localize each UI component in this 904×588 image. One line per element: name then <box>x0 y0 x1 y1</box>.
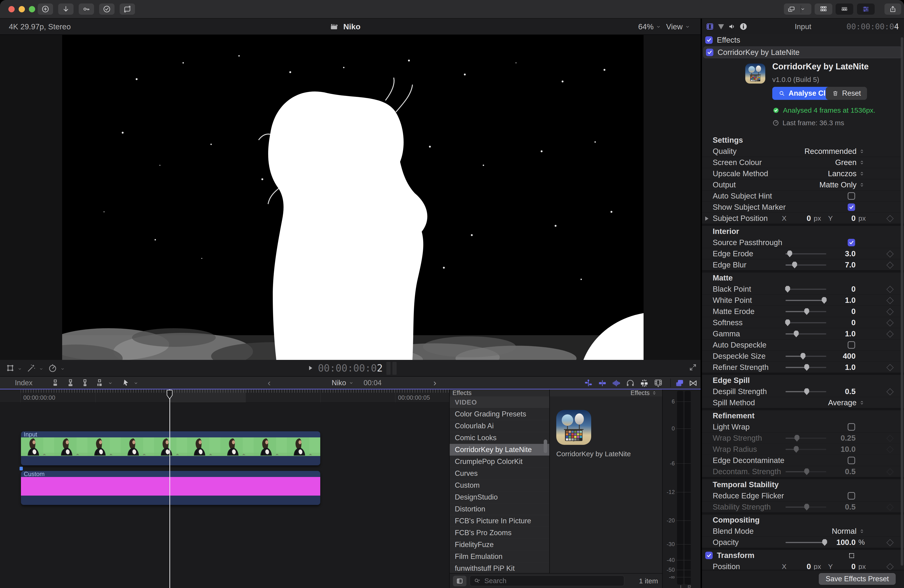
keyframe-diamond-icon[interactable] <box>886 319 893 326</box>
timeline-marker[interactable] <box>19 467 23 471</box>
inspector-row-reduce-edge-flicker[interactable]: Reduce Edge Flicker <box>702 490 904 501</box>
keyframe-diamond-icon[interactable] <box>886 308 893 315</box>
viewer-canvas-matte-image[interactable] <box>62 35 643 360</box>
effects-search-field[interactable] <box>470 575 624 586</box>
inspector-row-source-passthrough[interactable]: Source Passthrough <box>702 237 904 248</box>
slider-despill-strength[interactable] <box>785 391 826 392</box>
insert-edit-icon[interactable] <box>66 378 76 388</box>
effects-category-video[interactable]: VIDEO <box>450 397 549 408</box>
keyframe-diamond-icon[interactable] <box>886 261 893 269</box>
slider-knob[interactable] <box>792 261 797 269</box>
slider-refiner-strength[interactable] <box>785 367 826 368</box>
timeline-ruler[interactable]: 00:00:00:00 00:00:00:05 <box>0 389 449 403</box>
popup-spill-method[interactable]: Average <box>828 397 865 408</box>
popup-screen-colour[interactable]: Green <box>835 157 865 168</box>
clip-skimming-toggle-icon[interactable] <box>597 378 607 388</box>
inspector-row-wrap-strength[interactable]: Wrap Strength 0.25 <box>702 433 904 444</box>
checkbox[interactable] <box>848 341 855 349</box>
inspector-row-refiner-strength[interactable]: Refiner Strength 1.0 <box>702 362 904 373</box>
solo-toggle-icon[interactable] <box>625 378 635 388</box>
effects-list-item[interactable]: Distortion <box>450 503 549 515</box>
effects-list-scrollbar[interactable] <box>544 439 547 453</box>
effects-list-item[interactable]: Film Emulation <box>450 551 549 563</box>
inspector-row-edge-erode[interactable]: Edge Erode 3.0 <box>702 248 904 259</box>
slider-gamma[interactable] <box>785 334 826 335</box>
effects-list-item[interactable]: Custom <box>450 479 549 492</box>
checkbox[interactable] <box>848 192 855 200</box>
effects-master-row[interactable]: Effects <box>702 35 904 46</box>
search-input[interactable] <box>484 577 597 585</box>
slider-decontam-strength[interactable] <box>785 471 826 472</box>
inspector-row-light-wrap[interactable]: Light Wrap <box>702 421 904 433</box>
inspector-row-blend-mode[interactable]: Blend ModeNormal <box>702 526 904 537</box>
append-edit-icon[interactable] <box>81 378 90 388</box>
output-display-button[interactable] <box>784 3 811 15</box>
value-field[interactable]: 1.0 <box>828 328 856 340</box>
slider-knob[interactable] <box>804 504 809 511</box>
viewer-view-dropdown[interactable]: View <box>666 22 691 31</box>
playhead-handle[interactable] <box>166 390 173 400</box>
fullscreen-expand-icon[interactable] <box>689 363 697 372</box>
inspector-row-output[interactable]: OutputMatte Only <box>702 179 904 190</box>
slider-knob[interactable] <box>785 319 790 326</box>
keyframe-diamond-icon[interactable] <box>886 504 893 511</box>
slider-knob[interactable] <box>804 364 809 371</box>
timeline-button[interactable] <box>836 3 853 15</box>
slider-matte-erode[interactable] <box>785 311 826 312</box>
transform-tool-chevron-icon[interactable] <box>17 367 22 371</box>
effects-list-item[interactable]: FCB's Picture In Picture <box>450 515 549 527</box>
corridorkey-effect-tile[interactable] <box>556 410 591 446</box>
value-field[interactable]: 1.0 <box>828 295 856 306</box>
inspector-row-matte-erode[interactable]: Matte Erode 0 <box>702 306 904 317</box>
download-button[interactable] <box>58 3 74 15</box>
enhancements-wand-icon[interactable] <box>26 363 36 373</box>
slider-knob[interactable] <box>804 388 809 395</box>
value-field[interactable]: 0.5 <box>828 386 856 397</box>
close-window-button[interactable] <box>8 6 15 12</box>
keyframe-diamond-icon[interactable] <box>886 435 893 442</box>
index-button[interactable]: Index <box>15 377 33 389</box>
audio-skimming-toggle-icon[interactable] <box>611 378 621 388</box>
keyframe-diamond-icon[interactable] <box>886 364 893 371</box>
inspector-button[interactable] <box>857 3 875 15</box>
edit-options-chevron-icon[interactable] <box>107 380 113 386</box>
value-field[interactable]: 7.0 <box>828 259 856 270</box>
effects-list-item[interactable]: Curves <box>450 468 549 479</box>
inspector-row-softness[interactable]: Softness 0 <box>702 317 904 328</box>
retime-chevron-icon[interactable] <box>60 367 65 371</box>
value-field[interactable]: 0.25 <box>828 433 856 444</box>
sidebar-toggle-button[interactable] <box>453 576 466 586</box>
inspector-row-wrap-radius[interactable]: Wrap Radius 10.0 <box>702 444 904 455</box>
popup-upscale-method[interactable]: Lanczos <box>828 168 865 179</box>
keyframe-diamond-icon[interactable] <box>886 297 893 304</box>
inspector-row-auto-despeckle[interactable]: Auto Despeckle <box>702 340 904 351</box>
inspector-row-black-point[interactable]: Black Point 0 <box>702 283 904 295</box>
popup-blend-mode[interactable]: Normal <box>832 526 865 537</box>
effects-list-item[interactable]: funwithstuff PiP Kit <box>450 563 549 574</box>
viewer-zoom-dropdown[interactable]: 64% <box>638 22 661 31</box>
slider-softness[interactable] <box>785 322 826 323</box>
overwrite-edit-icon[interactable] <box>95 378 105 388</box>
inspector-row-edge-blur[interactable]: Edge Blur 7.0 <box>702 259 904 270</box>
retime-tool-icon[interactable] <box>47 363 58 373</box>
effects-list-item[interactable]: Comic Looks <box>450 432 549 444</box>
popup-output[interactable]: Matte Only <box>819 179 865 190</box>
value-field[interactable]: 400 <box>828 351 856 362</box>
x-value-field[interactable]: 0 <box>797 213 811 224</box>
corridorkey-effect-row[interactable]: CorridorKey by LateNite <box>703 47 902 58</box>
effects-grid-sort-dropdown[interactable]: Effects <box>550 389 663 397</box>
tasks-button[interactable] <box>99 3 114 15</box>
key-button[interactable] <box>79 3 94 15</box>
value-field[interactable]: 0 <box>828 283 856 295</box>
checkbox[interactable] <box>848 423 855 431</box>
slider-knob[interactable] <box>785 286 790 292</box>
slider-edge-blur[interactable] <box>785 264 826 266</box>
checkbox[interactable] <box>848 239 855 246</box>
effects-list-item[interactable]: FCB's Pro Zooms <box>450 527 549 539</box>
keyframe-diamond-icon[interactable] <box>886 388 893 395</box>
slider-knob[interactable] <box>804 468 809 475</box>
playhead[interactable] <box>169 389 170 588</box>
enhancements-chevron-icon[interactable] <box>39 367 44 371</box>
slider-opacity[interactable] <box>785 542 826 543</box>
clip-appearance-icon[interactable] <box>653 378 663 388</box>
